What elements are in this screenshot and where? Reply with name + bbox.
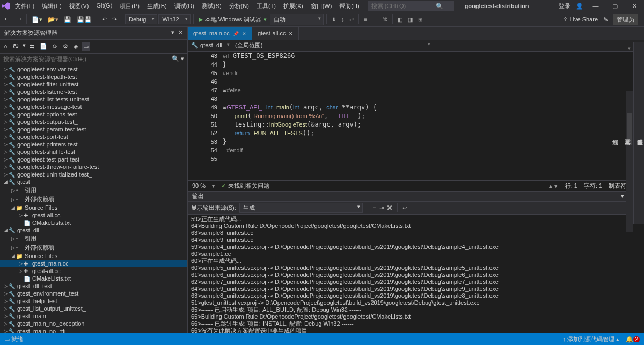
menu-t[interactable]: 工具(T)	[253, 1, 279, 11]
output-clear-icon[interactable]: 🗙	[387, 205, 392, 211]
tree-item[interactable]: ▷🔧googletest-port-test	[0, 133, 187, 141]
panel-dropdown-icon[interactable]	[170, 29, 174, 35]
tree-item[interactable]: ▷🔧googletest-message-test	[0, 103, 187, 111]
toolbar-extra-2[interactable]: ⤵	[339, 16, 346, 24]
tree-item[interactable]: ▷🔧googletest-uninitialized-test_	[0, 171, 187, 178]
tree-item[interactable]: ▷🔧googletest-test-part-test	[0, 156, 187, 163]
tree-item[interactable]: ▷▫引用	[0, 234, 187, 243]
menu-w[interactable]: 窗口(W)	[308, 1, 335, 11]
search-input[interactable]	[371, 3, 436, 9]
notifications-button[interactable]: 🔔2	[626, 336, 640, 343]
scope-dropdown[interactable]: (全局范围)	[235, 41, 431, 49]
code-content[interactable]: #if GTEST_OS_ESP8266}#endif⊟#else⊟GTEST_…	[223, 52, 644, 180]
close-tab-icon[interactable]	[289, 30, 293, 36]
menu-b[interactable]: 生成(B)	[144, 1, 170, 11]
panel-close-icon[interactable]	[174, 29, 183, 35]
code-editor[interactable]: 43444546474849505152535455 #if GTEST_OS_…	[188, 52, 644, 180]
toolbar-extra-1[interactable]: ⬇	[330, 16, 338, 24]
editor-tab[interactable]: gtest-all.cc	[252, 27, 299, 40]
toolbar-extra-7[interactable]: ◧	[396, 16, 405, 24]
properties-icon[interactable]: ⚙	[61, 42, 70, 51]
close-button[interactable]: ✕	[627, 3, 641, 10]
menu-v[interactable]: 视图(V)	[66, 1, 92, 11]
home-icon[interactable]: ⌂	[2, 42, 9, 51]
tree-item[interactable]: ▷▫外部依赖项	[0, 243, 187, 252]
toolbar-extra-9[interactable]: ⊞	[416, 16, 425, 24]
undo-button[interactable]: ↶	[100, 15, 109, 24]
config-dropdown[interactable]: Debug	[125, 14, 157, 24]
tree-item[interactable]: ▷🔧googletest-listener-test	[0, 88, 187, 96]
maximize-button[interactable]: ▢	[608, 3, 622, 10]
tree-item[interactable]: ▷🔧gtest_list_output_unittest_	[0, 305, 187, 312]
minimize-button[interactable]: —	[589, 3, 603, 9]
close-tab-icon[interactable]	[242, 30, 246, 36]
open-button[interactable]: 📂▾	[46, 15, 61, 24]
zoom-level[interactable]: 90 %	[192, 182, 206, 189]
tree-item[interactable]: ▷🔧googletest-param-test-test	[0, 126, 187, 133]
global-search[interactable]: 🔍	[368, 1, 454, 11]
profile-icon[interactable]: 👤	[576, 3, 583, 10]
tree-item[interactable]: ▷🔧gtest_main	[0, 312, 187, 320]
preview-icon[interactable]: ◈	[72, 42, 79, 51]
tree-item[interactable]: ▷🔧gtest_dll_test_	[0, 282, 187, 290]
tree-item[interactable]: ▷🔧googletest-filter-unittest_	[0, 80, 187, 88]
tree-item[interactable]: ◢📁Source Files	[0, 252, 187, 260]
toolbar-extra-4[interactable]: ≡	[362, 16, 369, 24]
tree-item[interactable]: ◢📁Source Files	[0, 204, 187, 211]
menu-gitg[interactable]: Git(G)	[93, 1, 115, 11]
solution-search-input[interactable]	[3, 56, 172, 62]
project-scope[interactable]: 🔧 gtest_dll	[191, 42, 231, 49]
tree-item[interactable]: ▷🔧googletest-options-test	[0, 111, 187, 118]
live-share-button[interactable]: ⇪ Live Share	[563, 16, 598, 23]
start-debug-button[interactable]: ▶ 本地 Windows 调试器 ▾	[196, 14, 269, 25]
output-goto-icon[interactable]: ⇥	[379, 205, 384, 211]
toolbar-extra-3[interactable]: ⇄	[347, 16, 356, 24]
output-source-dropdown[interactable]: 生成	[239, 203, 363, 213]
output-content[interactable]: 59>正在生成代码...64>Building Custom Rule D:/O…	[188, 215, 644, 346]
menu-h[interactable]: 帮助(H)	[336, 1, 362, 11]
debug-target-dropdown[interactable]: 自动	[270, 14, 324, 25]
tree-item[interactable]: ▷🔧googletest-printers-test	[0, 141, 187, 148]
nav-fwd-button[interactable]: ⭢	[13, 15, 24, 24]
tree-item[interactable]: ▷🔧googletest-output-test_	[0, 118, 187, 126]
tree-item[interactable]: 📄CMakeLists.txt	[0, 219, 187, 226]
editor-tab[interactable]: gtest_main.cc	[188, 27, 252, 40]
solution-tree[interactable]: ▷🔧googletest-env-var-test_▷🔧googletest-f…	[0, 64, 187, 345]
menu-s[interactable]: 测试(S)	[199, 1, 225, 11]
menu-e[interactable]: 编辑(E)	[39, 1, 65, 11]
menu-p[interactable]: 项目(P)	[116, 1, 143, 11]
sync-icon[interactable]: 🗘	[11, 42, 20, 51]
tree-item[interactable]: ◢🔧gtest_dll	[0, 226, 187, 234]
redo-button[interactable]: ↷	[110, 15, 119, 24]
tree-item[interactable]: 📄CMakeLists.txt	[0, 275, 187, 282]
show-all-icon[interactable]: 📄	[38, 42, 49, 51]
menu-n[interactable]: 分析(N)	[226, 1, 252, 11]
toolbar-extra-5[interactable]: ≣	[370, 16, 379, 24]
right-tool-rail[interactable]: 服务器资源管理器 工具箱 属性	[633, 42, 644, 224]
tree-item[interactable]: ▷▫外部依赖项	[0, 195, 187, 204]
tree-item[interactable]: ▷▫引用	[0, 186, 187, 195]
issues-indicator[interactable]: 未找到相关问题	[221, 182, 269, 190]
tree-item[interactable]: ▷✚gtest_main.cc	[0, 260, 187, 267]
menu-x[interactable]: 扩展(X)	[280, 1, 306, 11]
view-icon[interactable]: ▭	[82, 42, 90, 51]
save-all-button[interactable]: 💾💾	[75, 15, 94, 24]
output-find-icon[interactable]: ≡	[373, 205, 376, 211]
tree-item[interactable]: ▷🔧googletest-throw-on-failure-test_	[0, 163, 187, 171]
tree-item[interactable]: ▷✚gtest-all.cc	[0, 211, 187, 219]
tree-item[interactable]: ▷🔧googletest-shuffle-test_	[0, 148, 187, 156]
output-wrap-icon[interactable]: ↩	[402, 205, 407, 211]
tree-item[interactable]: ▷🔧gtest_help_test_	[0, 297, 187, 305]
editor-scrollbar[interactable]	[626, 91, 633, 232]
tree-item[interactable]: ▷🔧gtest_main_no_exception	[0, 320, 187, 327]
collapse-icon[interactable]: ⇆	[28, 42, 36, 51]
platform-dropdown[interactable]: Win32	[158, 14, 190, 24]
tree-item[interactable]: ▷✚gtest-all.cc	[0, 267, 187, 275]
tree-item[interactable]: ▷🔧googletest-env-var-test_	[0, 65, 187, 73]
save-button[interactable]: 💾	[62, 15, 74, 24]
refresh-icon[interactable]: ⟳	[51, 42, 59, 51]
feedback-icon[interactable]: ✎	[603, 16, 608, 23]
tree-item[interactable]: ◢🔧gtest	[0, 178, 187, 186]
menu-f[interactable]: 文件(F)	[12, 1, 38, 11]
menu-d[interactable]: 调试(D)	[171, 1, 197, 11]
